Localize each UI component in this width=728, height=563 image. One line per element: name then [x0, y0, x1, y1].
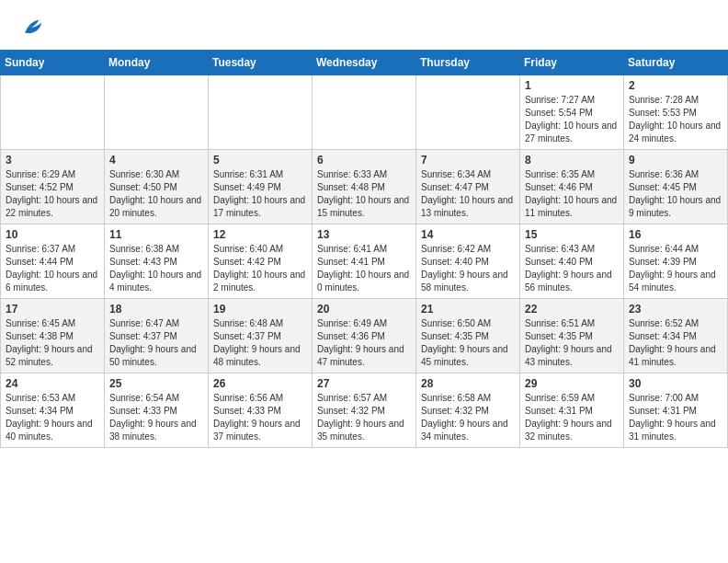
- calendar-cell: 15Sunrise: 6:43 AM Sunset: 4:40 PM Dayli…: [520, 224, 624, 299]
- day-number: 14: [421, 228, 515, 241]
- calendar-cell: 13Sunrise: 6:41 AM Sunset: 4:41 PM Dayli…: [313, 224, 416, 299]
- day-info: Sunrise: 6:52 AM Sunset: 4:34 PM Dayligh…: [629, 317, 722, 369]
- day-number: 1: [525, 79, 619, 92]
- day-number: 10: [6, 228, 99, 241]
- calendar-cell: 2Sunrise: 7:28 AM Sunset: 5:53 PM Daylig…: [624, 75, 728, 150]
- calendar-cell: [313, 75, 416, 150]
- calendar-cell: 10Sunrise: 6:37 AM Sunset: 4:44 PM Dayli…: [1, 224, 105, 299]
- calendar-cell: 21Sunrise: 6:50 AM Sunset: 4:35 PM Dayli…: [416, 299, 520, 373]
- calendar-cell: 5Sunrise: 6:31 AM Sunset: 4:49 PM Daylig…: [209, 150, 313, 224]
- day-number: 22: [525, 303, 619, 316]
- day-info: Sunrise: 6:56 AM Sunset: 4:33 PM Dayligh…: [213, 392, 307, 443]
- calendar-cell: [209, 75, 313, 150]
- day-info: Sunrise: 7:27 AM Sunset: 5:54 PM Dayligh…: [525, 94, 619, 145]
- calendar-cell: [416, 75, 520, 150]
- day-number: 9: [629, 154, 722, 167]
- day-info: Sunrise: 6:37 AM Sunset: 4:44 PM Dayligh…: [6, 243, 99, 294]
- calendar-cell: 14Sunrise: 6:42 AM Sunset: 4:40 PM Dayli…: [416, 224, 520, 299]
- day-number: 8: [525, 154, 619, 167]
- day-of-week-thursday: Thursday: [416, 51, 520, 75]
- day-info: Sunrise: 6:59 AM Sunset: 4:31 PM Dayligh…: [525, 392, 619, 443]
- day-info: Sunrise: 6:40 AM Sunset: 4:42 PM Dayligh…: [213, 243, 307, 294]
- calendar-cell: 6Sunrise: 6:33 AM Sunset: 4:48 PM Daylig…: [313, 150, 416, 224]
- day-info: Sunrise: 6:47 AM Sunset: 4:37 PM Dayligh…: [109, 317, 203, 369]
- day-number: 28: [421, 377, 515, 390]
- calendar-header-row: SundayMondayTuesdayWednesdayThursdayFrid…: [1, 51, 728, 75]
- day-number: 24: [6, 377, 99, 390]
- calendar-week-row: 17Sunrise: 6:45 AM Sunset: 4:38 PM Dayli…: [1, 299, 728, 373]
- day-number: 7: [421, 154, 515, 167]
- day-number: 27: [317, 377, 411, 390]
- day-number: 19: [213, 303, 307, 316]
- day-info: Sunrise: 6:38 AM Sunset: 4:43 PM Dayligh…: [109, 243, 203, 294]
- day-info: Sunrise: 6:44 AM Sunset: 4:39 PM Dayligh…: [629, 243, 722, 294]
- calendar-cell: 28Sunrise: 6:58 AM Sunset: 4:32 PM Dayli…: [416, 373, 520, 448]
- day-info: Sunrise: 6:57 AM Sunset: 4:32 PM Dayligh…: [317, 392, 411, 443]
- day-number: 5: [213, 154, 307, 167]
- day-number: 25: [109, 377, 203, 390]
- day-of-week-monday: Monday: [105, 51, 209, 75]
- day-info: Sunrise: 6:51 AM Sunset: 4:35 PM Dayligh…: [525, 317, 619, 369]
- calendar-cell: 27Sunrise: 6:57 AM Sunset: 4:32 PM Dayli…: [313, 373, 416, 448]
- calendar-cell: 16Sunrise: 6:44 AM Sunset: 4:39 PM Dayli…: [624, 224, 728, 299]
- day-info: Sunrise: 6:45 AM Sunset: 4:38 PM Dayligh…: [6, 317, 99, 369]
- calendar-cell: 30Sunrise: 7:00 AM Sunset: 4:31 PM Dayli…: [624, 373, 728, 448]
- day-number: 15: [525, 228, 619, 241]
- day-of-week-wednesday: Wednesday: [313, 51, 416, 75]
- day-info: Sunrise: 7:00 AM Sunset: 4:31 PM Dayligh…: [629, 392, 722, 443]
- day-number: 16: [629, 228, 722, 241]
- calendar-cell: 3Sunrise: 6:29 AM Sunset: 4:52 PM Daylig…: [1, 150, 105, 224]
- day-of-week-sunday: Sunday: [1, 51, 105, 75]
- day-number: 30: [629, 377, 722, 390]
- calendar-week-row: 3Sunrise: 6:29 AM Sunset: 4:52 PM Daylig…: [1, 150, 728, 224]
- header: [0, 0, 728, 44]
- calendar-cell: 20Sunrise: 6:49 AM Sunset: 4:36 PM Dayli…: [313, 299, 416, 373]
- calendar-cell: 8Sunrise: 6:35 AM Sunset: 4:46 PM Daylig…: [520, 150, 624, 224]
- day-info: Sunrise: 6:35 AM Sunset: 4:46 PM Dayligh…: [525, 168, 619, 220]
- calendar-cell: [105, 75, 209, 150]
- calendar-week-row: 10Sunrise: 6:37 AM Sunset: 4:44 PM Dayli…: [1, 224, 728, 299]
- day-number: 29: [525, 377, 619, 390]
- calendar-cell: 11Sunrise: 6:38 AM Sunset: 4:43 PM Dayli…: [105, 224, 209, 299]
- day-number: 18: [109, 303, 203, 316]
- day-number: 4: [109, 154, 203, 167]
- calendar-cell: 22Sunrise: 6:51 AM Sunset: 4:35 PM Dayli…: [520, 299, 624, 373]
- day-info: Sunrise: 6:34 AM Sunset: 4:47 PM Dayligh…: [421, 168, 515, 220]
- day-number: 12: [213, 228, 307, 241]
- day-of-week-friday: Friday: [520, 51, 624, 75]
- day-number: 23: [629, 303, 722, 316]
- calendar-cell: 4Sunrise: 6:30 AM Sunset: 4:50 PM Daylig…: [105, 150, 209, 224]
- calendar-cell: 25Sunrise: 6:54 AM Sunset: 4:33 PM Dayli…: [105, 373, 209, 448]
- day-number: 20: [317, 303, 411, 316]
- day-info: Sunrise: 6:54 AM Sunset: 4:33 PM Dayligh…: [109, 392, 203, 443]
- day-number: 3: [6, 154, 99, 167]
- calendar: SundayMondayTuesdayWednesdayThursdayFrid…: [0, 50, 728, 448]
- day-info: Sunrise: 6:41 AM Sunset: 4:41 PM Dayligh…: [317, 243, 411, 294]
- day-info: Sunrise: 6:50 AM Sunset: 4:35 PM Dayligh…: [421, 317, 515, 369]
- day-of-week-saturday: Saturday: [624, 51, 728, 75]
- day-info: Sunrise: 6:29 AM Sunset: 4:52 PM Dayligh…: [6, 168, 99, 220]
- calendar-cell: 18Sunrise: 6:47 AM Sunset: 4:37 PM Dayli…: [105, 299, 209, 373]
- calendar-week-row: 24Sunrise: 6:53 AM Sunset: 4:34 PM Dayli…: [1, 373, 728, 448]
- logo-bird-icon: [18, 15, 44, 40]
- calendar-cell: 9Sunrise: 6:36 AM Sunset: 4:45 PM Daylig…: [624, 150, 728, 224]
- calendar-cell: 19Sunrise: 6:48 AM Sunset: 4:37 PM Dayli…: [209, 299, 313, 373]
- day-info: Sunrise: 6:33 AM Sunset: 4:48 PM Dayligh…: [317, 168, 411, 220]
- day-number: 6: [317, 154, 411, 167]
- calendar-cell: [1, 75, 105, 150]
- day-number: 2: [629, 79, 722, 92]
- day-number: 11: [109, 228, 203, 241]
- calendar-cell: 26Sunrise: 6:56 AM Sunset: 4:33 PM Dayli…: [209, 373, 313, 448]
- calendar-cell: 29Sunrise: 6:59 AM Sunset: 4:31 PM Dayli…: [520, 373, 624, 448]
- day-info: Sunrise: 6:49 AM Sunset: 4:36 PM Dayligh…: [317, 317, 411, 369]
- day-info: Sunrise: 6:30 AM Sunset: 4:50 PM Dayligh…: [109, 168, 203, 220]
- day-info: Sunrise: 6:42 AM Sunset: 4:40 PM Dayligh…: [421, 243, 515, 294]
- calendar-cell: 17Sunrise: 6:45 AM Sunset: 4:38 PM Dayli…: [1, 299, 105, 373]
- calendar-cell: 24Sunrise: 6:53 AM Sunset: 4:34 PM Dayli…: [1, 373, 105, 448]
- day-info: Sunrise: 6:36 AM Sunset: 4:45 PM Dayligh…: [629, 168, 722, 220]
- day-info: Sunrise: 6:53 AM Sunset: 4:34 PM Dayligh…: [6, 392, 99, 443]
- day-info: Sunrise: 6:48 AM Sunset: 4:37 PM Dayligh…: [213, 317, 307, 369]
- day-info: Sunrise: 6:43 AM Sunset: 4:40 PM Dayligh…: [525, 243, 619, 294]
- calendar-cell: 1Sunrise: 7:27 AM Sunset: 5:54 PM Daylig…: [520, 75, 624, 150]
- day-info: Sunrise: 6:31 AM Sunset: 4:49 PM Dayligh…: [213, 168, 307, 220]
